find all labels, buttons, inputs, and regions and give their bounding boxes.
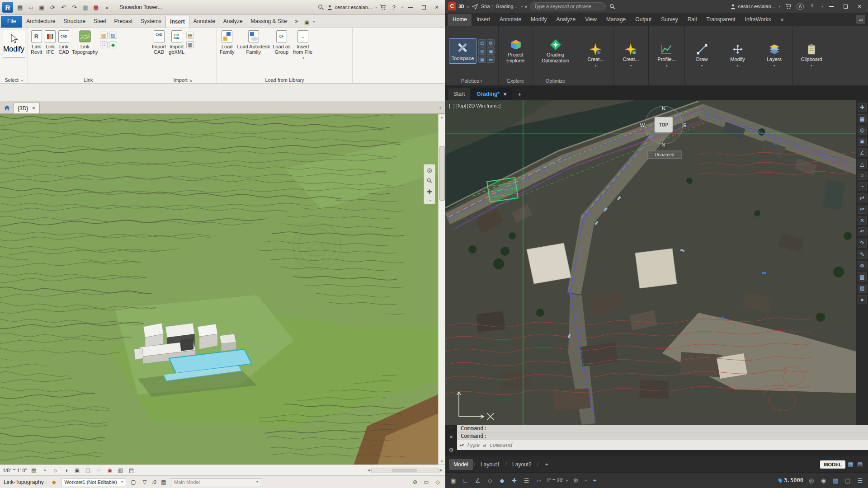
decal-icon[interactable]: ▨: [109, 32, 117, 39]
document-menu[interactable]: Grading...: [495, 4, 517, 9]
tab-analyze[interactable]: Analyze: [552, 14, 580, 26]
chevron-down-icon[interactable]: ▾: [630, 64, 632, 68]
grading-optimization-button[interactable]: Grading Optimization: [535, 37, 576, 65]
load-panel-label[interactable]: Load from Library: [217, 77, 352, 83]
visual-style-icon[interactable]: ◔: [41, 466, 49, 474]
revit-app-icon[interactable]: R: [2, 2, 13, 13]
drawing-tab-grading[interactable]: Grading* ✕: [471, 88, 512, 100]
palettes-panel-label[interactable]: Palettes▾: [445, 76, 498, 85]
scroll-down-icon[interactable]: ▼: [440, 460, 444, 464]
arc-icon[interactable]: ◔: [858, 182, 867, 191]
account-menu[interactable]: cesar.r.escalan... ▾: [327, 5, 377, 10]
measure-icon[interactable]: ∠: [858, 148, 867, 157]
tab-modify[interactable]: Modify: [526, 14, 551, 26]
modify-button[interactable]: Modify: [3, 29, 25, 58]
annotation-monitor-icon[interactable]: ＋: [590, 476, 599, 485]
close-command-icon[interactable]: ✕: [449, 434, 453, 440]
load-as-group-button[interactable]: ⟳ Load asGroup: [272, 29, 291, 75]
draw-button[interactable]: Draw ▾: [694, 42, 710, 69]
load-family-button[interactable]: LoadFamily: [219, 29, 235, 75]
navbar-chevron-icon[interactable]: ▾: [429, 198, 431, 202]
maximize-button[interactable]: [418, 2, 429, 12]
toolspace-button[interactable]: Toolspace: [449, 38, 477, 63]
load-autodesk-family-button[interactable]: Load AutodeskFamily: [236, 29, 271, 75]
undo-icon[interactable]: ↶: [858, 227, 867, 236]
tab-structure[interactable]: Structure: [59, 16, 90, 28]
snap-mode-icon[interactable]: ▣: [449, 476, 458, 485]
chevron-down-icon[interactable]: ▾: [701, 64, 703, 68]
revit-3d-viewport[interactable]: ◎ ✚ ▾ ▲ ▼: [0, 114, 445, 465]
lineweight-icon[interactable]: ☰: [522, 476, 531, 485]
viewcube-top-face[interactable]: TOP: [659, 122, 669, 127]
search-input[interactable]: [530, 2, 606, 10]
workset-dropdown[interactable]: Workset1 (Not Editable) ▾: [61, 478, 126, 486]
toolspace-survey-icon[interactable]: ▥: [478, 47, 486, 55]
optimize-panel-label[interactable]: Optimize: [533, 76, 578, 85]
trim-icon[interactable]: ✂: [858, 205, 867, 214]
point-icon[interactable]: ●: [858, 295, 867, 304]
more-tabs-icon[interactable]: »: [776, 14, 788, 26]
pan-icon[interactable]: ✚: [858, 103, 867, 112]
properties-palette-icon[interactable]: ▦: [478, 56, 486, 63]
minimize-button[interactable]: [826, 2, 837, 11]
zoom-icon[interactable]: [425, 177, 434, 185]
design-option-dropdown[interactable]: Main Model ▾: [171, 478, 261, 486]
redo-icon[interactable]: ↷: [70, 3, 79, 12]
reveal-hidden-icon[interactable]: ◉: [106, 466, 114, 474]
print-icon[interactable]: ▥: [80, 3, 90, 12]
search-icon[interactable]: [608, 2, 616, 10]
model-space-toggle[interactable]: MODEL: [820, 460, 845, 469]
link-cad-button[interactable]: CAD LinkCAD: [57, 29, 70, 75]
layout-tab-layout2[interactable]: Layout2: [508, 459, 536, 470]
viewcube-west[interactable]: W: [640, 122, 645, 128]
tab-file[interactable]: File: [1, 16, 22, 28]
command-input[interactable]: [467, 442, 868, 448]
qat-more-icon[interactable]: »: [467, 4, 469, 9]
temporary-hide-icon[interactable]: ◌: [95, 466, 103, 474]
scroll-up-icon[interactable]: ▲: [440, 115, 444, 119]
cart-icon[interactable]: [783, 2, 794, 11]
home-icon[interactable]: [2, 103, 12, 113]
measure-icon[interactable]: ▦: [91, 3, 101, 12]
tab-insert[interactable]: Insert: [165, 16, 189, 28]
maximize-button[interactable]: [840, 2, 851, 11]
notification-icon[interactable]: A: [797, 3, 804, 10]
viewport-minimize-control[interactable]: [−]: [449, 103, 455, 108]
manage-images-icon[interactable]: ▦: [186, 41, 194, 48]
edit-icon[interactable]: ✎: [858, 250, 867, 259]
exclude-options-icon[interactable]: ⊘: [411, 478, 419, 486]
tab-output[interactable]: Output: [631, 14, 656, 26]
scale-label[interactable]: 1/8" = 1'-0": [3, 468, 27, 473]
view-tab-menu-icon[interactable]: ▾: [439, 106, 441, 110]
vertical-scrollbar[interactable]: ▲ ▼: [438, 114, 445, 465]
project-explorer-button[interactable]: Project Explorer: [500, 37, 531, 65]
tab-precast[interactable]: Precast: [110, 16, 137, 28]
layers-button[interactable]: Layers ▾: [764, 42, 784, 69]
ribbon-display-icon[interactable]: ▭: [856, 15, 865, 24]
shadows-icon[interactable]: ◑: [62, 466, 71, 474]
workspace-gear-icon[interactable]: ⚙: [571, 476, 580, 485]
layout-grid-icon[interactable]: ▤: [856, 460, 864, 469]
tab-survey[interactable]: Survey: [656, 14, 682, 26]
import-image-icon[interactable]: ▤: [186, 32, 194, 39]
chevron-down-icon[interactable]: ▾: [594, 64, 596, 68]
editable-only-icon[interactable]: ▢: [129, 478, 137, 486]
polar-tracking-icon[interactable]: ∠: [473, 476, 482, 485]
object-snap-tracking-icon[interactable]: ✚: [510, 476, 519, 485]
import-cad-button[interactable]: CAD↓ ImportCAD: [151, 29, 167, 75]
minimize-button[interactable]: [405, 2, 416, 12]
qat-more-icon[interactable]: »: [102, 3, 112, 12]
sun-path-icon[interactable]: ☼: [52, 466, 60, 474]
tab-transparent[interactable]: Transparent: [702, 14, 740, 26]
viewcube-north[interactable]: N: [662, 106, 665, 111]
close-view-icon[interactable]: ✕: [32, 106, 35, 111]
link-ifc-button[interactable]: LinkIFC: [44, 29, 57, 75]
hscroll-thumb[interactable]: [392, 469, 417, 472]
tool-palettes-icon[interactable]: ☰: [487, 56, 495, 63]
press-drag-icon[interactable]: ▭: [422, 478, 430, 486]
grid-icon[interactable]: ▤: [858, 272, 867, 282]
layout-tab-layout1[interactable]: Layout1: [476, 459, 505, 470]
share-label[interactable]: Sha: [481, 4, 490, 9]
import-gbxml-button[interactable]: GBXML ImportgbXML: [168, 29, 185, 75]
steering-wheel-icon[interactable]: ◎: [425, 166, 434, 174]
